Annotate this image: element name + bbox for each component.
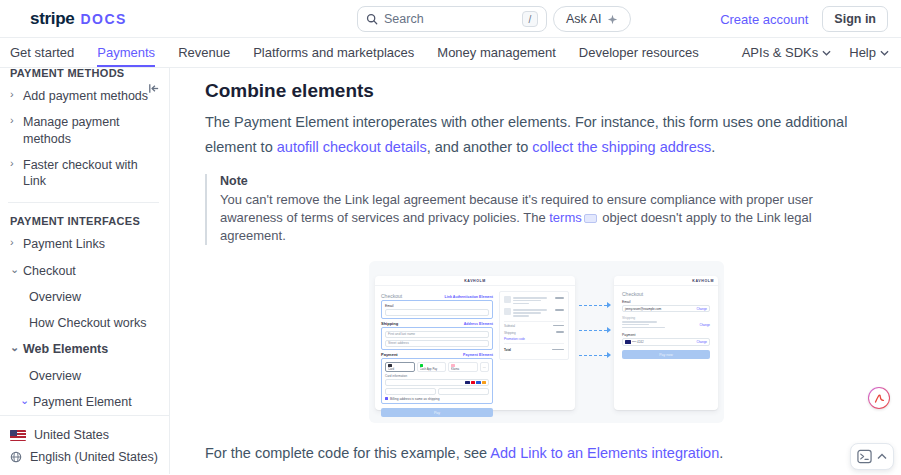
nav-money-management[interactable]: Money management [437, 38, 556, 67]
payment-tab-more[interactable]: ... [480, 362, 489, 372]
shipping-change-link[interactable]: Change [699, 323, 710, 327]
stripe-wordmark: stripe [30, 9, 75, 29]
help-menu[interactable]: Help [849, 45, 889, 60]
sidebar-item-payment-links[interactable]: › Payment Links [8, 231, 169, 257]
expiry-field[interactable] [385, 388, 436, 395]
payment-tab-cashapp[interactable]: Cash App Pay [417, 362, 447, 372]
discover-icon [482, 381, 487, 384]
email-field[interactable] [385, 309, 489, 316]
pay-now-button[interactable]: Pay now [622, 350, 710, 359]
sidebar-item-manage-payment-methods[interactable]: › Manage payment methods [8, 109, 169, 152]
create-account-link[interactable]: Create account [720, 12, 808, 27]
total-label: Total [504, 348, 511, 352]
order-item [504, 308, 564, 317]
sidebar-item-web-elements[interactable]: ⌄ Web Elements [8, 336, 169, 362]
ask-ai-button[interactable]: Ask AI [553, 6, 631, 32]
promotion-code-link[interactable]: Promotion code [504, 337, 564, 341]
chevron-down-icon: ⌄ [10, 341, 18, 354]
sidebar-scroll-area[interactable]: PAYMENT METHODS › Add payment methods › … [0, 68, 169, 420]
name-field[interactable]: First and last name [385, 331, 489, 338]
sidebar-item-how-checkout-works[interactable]: How Checkout works [8, 310, 169, 336]
autofill-checkout-details-link[interactable]: autofill checkout details [277, 139, 427, 155]
subtotal-value-bar [553, 325, 564, 327]
sidebar-item-label: Payment Element [33, 394, 132, 410]
placeholder-bars [513, 308, 553, 317]
payment-change-link[interactable]: Change [696, 340, 707, 344]
nav-get-started[interactable]: Get started [10, 38, 74, 67]
sidebar-item-we-overview[interactable]: Overview [8, 363, 169, 389]
nav-platforms[interactable]: Platforms and marketplaces [253, 38, 414, 67]
adobe-acrobat-extension-icon[interactable] [868, 387, 890, 409]
visa-icon [625, 340, 631, 344]
chevron-down-icon: ⌄ [20, 394, 28, 407]
sidebar: PAYMENT METHODS › Add payment methods › … [0, 68, 170, 474]
tab-label: Cash App Pay [420, 367, 444, 371]
sidebar-item-add-payment-methods[interactable]: › Add payment methods [8, 83, 169, 109]
search-shortcut-key: / [522, 11, 538, 27]
price-bar [555, 297, 564, 299]
apis-sdks-menu[interactable]: APIs & SDKs [742, 45, 832, 60]
country-selector[interactable]: United States [10, 424, 159, 446]
link-authentication-element: Email [381, 300, 493, 319]
sidebar-collapse-icon[interactable] [147, 81, 160, 99]
product-thumbnail [504, 308, 511, 315]
sidebar-item-checkout[interactable]: ⌄ Checkout [8, 258, 169, 284]
order-item [504, 296, 564, 305]
sign-in-button[interactable]: Sign in [822, 6, 888, 32]
nav-developer-resources[interactable]: Developer resources [579, 38, 699, 67]
payment-label: Payment [622, 333, 710, 337]
checkbox-label: Billing address is same as shipping [390, 397, 440, 401]
sparkle-icon [607, 14, 618, 25]
chevron-right-icon: › [10, 88, 18, 101]
note-label: Note [220, 174, 877, 188]
subtotal-label: Subtotal [504, 324, 515, 328]
tab-label: Klarna [451, 367, 475, 371]
arrow-email-icon [579, 305, 607, 306]
card-last4: •••• 4242 [632, 340, 644, 344]
billing-same-checkbox[interactable]: Billing address is same as shipping [385, 397, 489, 401]
chevron-down-icon [880, 50, 889, 56]
top-header: stripe DOCS Search / Ask AI Create accou… [0, 0, 901, 38]
code-reference-paragraph: For the complete code for this example, … [205, 441, 875, 466]
us-flag-icon [10, 430, 26, 441]
chevron-right-icon: › [10, 114, 18, 127]
sidebar-item-payment-element[interactable]: ⌄ Payment Element [8, 389, 169, 415]
add-link-integration-link[interactable]: Add Link to an Elements integration [490, 445, 719, 461]
email-label: Email [622, 300, 710, 304]
combine-elements-figure: KAVHOLM Checkout Link Authentication Ele… [369, 261, 724, 423]
collect-shipping-address-link[interactable]: collect the shipping address [532, 139, 711, 155]
stripe-docs-logo[interactable]: stripe DOCS [30, 9, 127, 29]
chevron-right-icon: › [10, 157, 18, 170]
shipping-label: Shipping [622, 316, 710, 320]
sidebar-section-payment-interfaces: PAYMENT INTERFACES [8, 209, 169, 231]
pay-button[interactable]: Pay [381, 408, 493, 417]
sidebar-item-faster-checkout-link[interactable]: › Faster checkout with Link [8, 152, 169, 195]
search-placeholder: Search [384, 12, 516, 26]
card-brand-icons [465, 381, 486, 384]
summary-divider [504, 321, 564, 322]
docs-wordmark: DOCS [81, 11, 127, 27]
condensed-checkout-mockup: KAVHOLM Checkout Email jenny.rosen@examp… [614, 276, 718, 410]
email-field-filled[interactable]: jenny.rosen@example.com Change [622, 305, 710, 312]
code-panel-toggle[interactable] [850, 443, 894, 470]
sidebar-item-checkout-overview[interactable]: Overview [8, 284, 169, 310]
email-change-link[interactable]: Change [696, 307, 707, 311]
checkbox-checked-icon [385, 397, 388, 400]
body-text: For the complete code for this example, … [205, 445, 490, 461]
nav-payments[interactable]: Payments [97, 38, 155, 67]
payment-tab-klarna[interactable]: Klarna [448, 362, 478, 372]
cvc-field[interactable] [438, 388, 489, 395]
card-number-field[interactable] [385, 379, 489, 386]
search-input[interactable]: Search / [357, 6, 547, 32]
nav-revenue[interactable]: Revenue [178, 38, 230, 67]
terms-api-link[interactable]: terms [549, 210, 582, 225]
payment-element: Card Cash App Pay Klarna [381, 358, 493, 404]
sidebar-item-label: Payment Links [23, 236, 105, 252]
address-field[interactable]: Street address [385, 340, 489, 347]
language-selector[interactable]: English (United States) [10, 446, 159, 468]
api-reference-badge-icon[interactable] [584, 214, 597, 223]
address-element: First and last name Street address [381, 327, 493, 350]
payment-tab-card[interactable]: Card [385, 362, 415, 372]
intro-text: , and another to [427, 139, 533, 155]
sidebar-item-label: How Checkout works [29, 315, 146, 331]
